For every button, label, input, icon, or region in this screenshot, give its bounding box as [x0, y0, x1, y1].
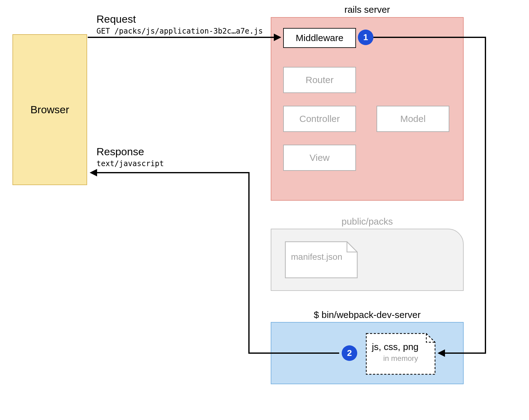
step-badge-1-label: 1 [363, 32, 368, 42]
request-subtitle: GET /packs/js/application-3b2c…a7e.js [96, 27, 263, 35]
response-title: Response [96, 146, 144, 158]
step-badge-2-label: 2 [347, 348, 352, 358]
request-title: Request [96, 13, 136, 25]
middleware-label: Middleware [296, 33, 343, 43]
model-box: Model [377, 106, 449, 132]
controller-box: Controller [283, 106, 356, 132]
router-label: Router [306, 75, 334, 85]
controller-label: Controller [299, 114, 340, 124]
view-box: View [283, 145, 356, 171]
model-label: Model [400, 114, 426, 124]
step-badge-2: 2 [342, 345, 357, 361]
browser-box: Browser [12, 34, 87, 185]
browser-label: Browser [30, 104, 69, 116]
view-label: View [310, 152, 330, 163]
memory-file-label: js, css, png [372, 342, 419, 352]
rails-server-title: rails server [271, 4, 464, 15]
manifest-file-label: manifest.json [291, 252, 342, 262]
middleware-box: Middleware [283, 28, 356, 48]
memory-file-sublabel: in memory [366, 354, 436, 363]
response-subtitle: text/javascript [96, 159, 164, 168]
public-packs-title: public/packs [271, 216, 464, 227]
step-badge-1: 1 [358, 30, 373, 45]
router-box: Router [283, 67, 356, 93]
devserver-title: $ bin/webpack-dev-server [271, 310, 464, 320]
